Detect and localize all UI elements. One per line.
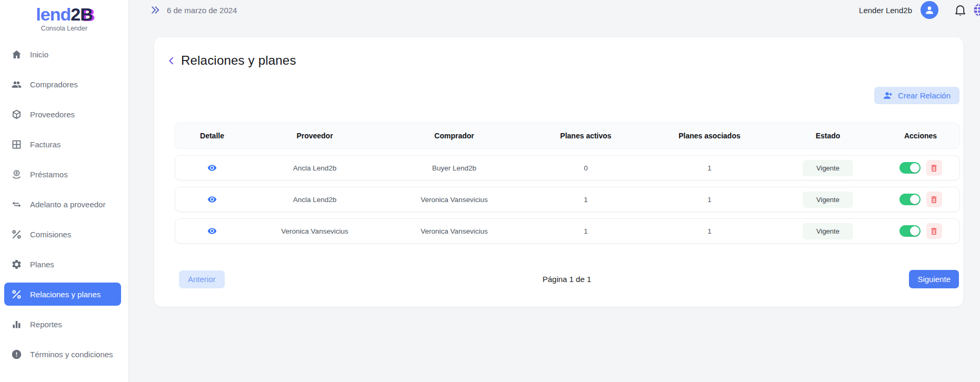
page-title: Relaciones y planes [181,53,296,68]
delete-button[interactable] [926,192,942,207]
person-add-icon [883,91,893,100]
sidebar-item-label: Compradores [30,80,78,89]
status-badge: Vigente [803,160,853,176]
row-actions [899,192,942,207]
table-header-row: Detalle Proveedor Comprador Planes activ… [175,123,960,149]
topbar-left: 6 de marzo de 2024 [129,5,237,15]
sidebar-expand-chevrons-icon[interactable] [150,5,161,15]
toggle-knob [910,163,919,173]
pagination: Anterior Página 1 de 1 Siguiente [179,270,959,288]
table-row: Veronica Vansevicius Veronica Vanseviciu… [175,218,960,244]
cell-proveedor: Ancla Lend2b [293,196,337,204]
delete-button[interactable] [926,160,942,176]
language-globe-icon[interactable] [973,2,980,18]
cell-proveedor: Veronica Vansevicius [281,227,348,235]
previous-page-button[interactable]: Anterior [179,270,225,288]
status-badge: Vigente [803,223,853,239]
home-icon [11,49,22,60]
col-header-planes-asociados: Planes asociados [678,132,741,140]
table-row: Ancla Lend2b Buyer Lend2b 0 1 Vigente [175,155,960,180]
user-avatar[interactable] [921,1,938,19]
trash-icon [929,164,938,173]
delete-button[interactable] [926,223,942,239]
sidebar-item-comisiones[interactable]: Comisiones [0,223,121,246]
relations-table: Detalle Proveedor Comprador Planes activ… [175,123,960,244]
cell-comprador: Veronica Vansevicius [421,227,487,235]
row-actions [899,223,942,239]
title-row: Relaciones y planes [154,37,963,68]
gear-icon [11,259,22,270]
table-row: Ancla Lend2b Veronica Vansevicius 1 1 Vi… [175,187,960,212]
sidebar-item-compradores[interactable]: Compradores [0,73,121,96]
eye-icon [207,226,217,236]
sidebar-item-inicio[interactable]: Inicio [0,43,121,66]
cell-planes-activos: 0 [584,164,588,172]
sidebar-item-label: Inicio [30,50,48,59]
person-icon [924,5,935,15]
logo-text-2: 2 [71,4,80,24]
brand: lend2B Consola Lender [0,0,128,32]
sidebar-item-relaciones-y-planes[interactable]: Relaciones y planes [4,283,121,306]
sidebar-item-label: Comisiones [30,230,71,239]
sidebar-item-facturas[interactable]: Facturas [0,133,121,156]
eye-icon [207,195,217,204]
active-toggle[interactable] [899,225,921,237]
sidebar-item-reportes[interactable]: Reportes [0,313,121,336]
eye-icon [207,163,217,173]
sidebar-item-label: Préstamos [30,170,68,179]
sidebar-item-label: Adelanto a proveedor [30,200,105,209]
sidebar-item-label: Reportes [30,320,62,329]
cell-planes-asociados: 1 [707,227,712,235]
alert-circle-icon [11,349,22,360]
col-header-proveedor: Proveedor [296,132,333,140]
toggle-knob [910,195,919,204]
row-actions [899,160,942,176]
cell-proveedor: Ancla Lend2b [293,164,337,172]
bar-chart-icon [11,319,22,330]
grid-table-icon [11,139,22,150]
notifications-bell-icon[interactable] [953,3,967,17]
status-badge: Vigente [803,192,853,208]
main-panel: Relaciones y planes Crear Relación Detal… [154,37,963,307]
topbar-right: Lender Lend2b [859,1,980,19]
cell-planes-asociados: 1 [707,196,712,204]
cell-planes-activos: 1 [584,196,588,204]
swap-arrows-icon [11,199,22,210]
package-icon [11,109,22,120]
cell-comprador: Veronica Vansevicius [421,196,487,204]
sidebar-item-terminos[interactable]: Términos y condiciones [0,343,121,366]
active-toggle[interactable] [899,194,921,205]
coin-icon [11,169,22,180]
percent-icon [11,289,22,300]
percent-icon [11,229,22,240]
people-icon [11,79,22,90]
active-toggle[interactable] [899,162,921,174]
sidebar-item-label: Facturas [30,140,61,149]
cell-planes-activos: 1 [584,227,588,235]
back-chevron-icon[interactable] [166,56,176,66]
view-detail-button[interactable] [207,163,217,173]
user-name: Lender Lend2b [859,6,912,15]
view-detail-button[interactable] [207,195,217,204]
col-header-comprador: Comprador [434,132,474,140]
col-header-planes-activos: Planes activos [560,132,611,140]
col-header-detalle: Detalle [200,132,224,140]
sidebar-item-planes[interactable]: Planes [0,253,121,276]
logo-text-b: B [80,4,93,24]
next-page-button[interactable]: Siguiente [909,270,959,288]
create-relation-label: Crear Relación [898,91,951,100]
cell-comprador: Buyer Lend2b [432,164,476,172]
topbar: 6 de marzo de 2024 Lender Lend2b [129,0,980,20]
toggle-knob [910,226,919,236]
sidebar-nav: Inicio Compradores Proveedores Facturas … [0,43,128,366]
brand-logo: lend2B [0,4,128,24]
sidebar: lend2B Consola Lender Inicio Compradores… [0,0,129,382]
col-header-estado: Estado [816,132,841,140]
create-relation-button[interactable]: Crear Relación [874,87,959,104]
sidebar-item-proveedores[interactable]: Proveedores [0,103,121,126]
col-header-acciones: Acciones [904,132,937,140]
sidebar-item-prestamos[interactable]: Préstamos [0,163,121,186]
sidebar-item-adelanto[interactable]: Adelanto a proveedor [0,193,121,216]
view-detail-button[interactable] [207,226,217,236]
sidebar-item-label: Proveedores [30,110,75,119]
